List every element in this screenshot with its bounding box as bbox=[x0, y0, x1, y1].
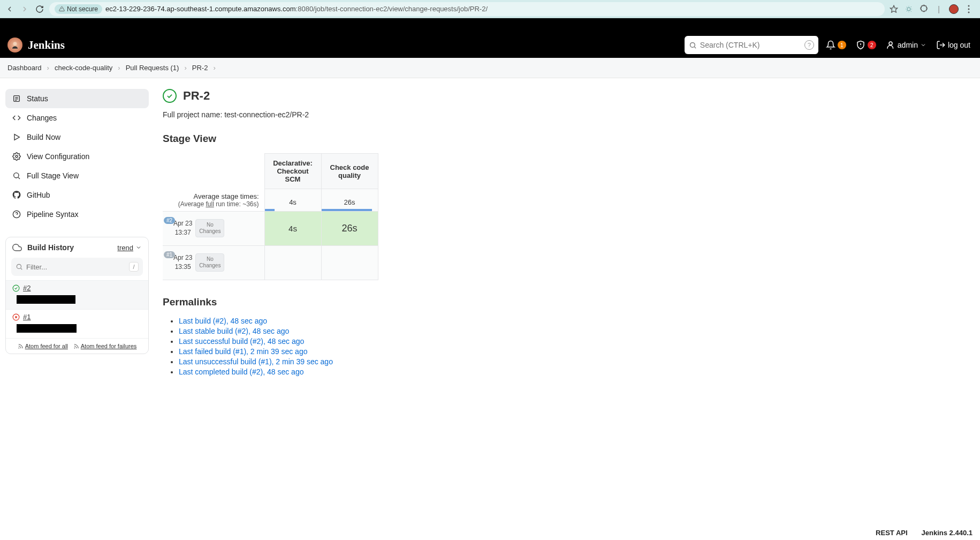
stage-col-check-code: Check code quality bbox=[321, 154, 378, 189]
sidebar-item-full-stage-view[interactable]: Full Stage View bbox=[5, 166, 149, 185]
search-box[interactable]: ? bbox=[685, 36, 818, 54]
sidebar-item-label: View Configuration bbox=[27, 152, 89, 161]
sidebar-item-build-now[interactable]: Build Now bbox=[5, 128, 149, 147]
build-progress-bar bbox=[17, 324, 77, 333]
jenkins-brand[interactable]: Jenkins bbox=[28, 39, 65, 52]
sidebar-item-status[interactable]: Status bbox=[5, 89, 149, 108]
svg-point-28 bbox=[19, 348, 19, 348]
build-progress-bar bbox=[17, 295, 75, 304]
gear-icon bbox=[12, 152, 21, 161]
notifications-button[interactable]: 1 bbox=[824, 40, 848, 50]
success-icon bbox=[12, 284, 20, 292]
profile-avatar-icon[interactable] bbox=[949, 4, 959, 14]
sidebar-item-pipeline-syntax[interactable]: Pipeline Syntax bbox=[5, 205, 149, 224]
stage-cell-checkout bbox=[264, 245, 321, 280]
svg-point-2 bbox=[968, 5, 970, 6]
breadcrumb-dashboard[interactable]: Dashboard bbox=[7, 64, 42, 72]
search-input[interactable] bbox=[700, 41, 801, 49]
user-icon bbox=[886, 40, 895, 50]
permalink-last-completed[interactable]: Last completed build (#2), 48 sec ago bbox=[179, 368, 303, 376]
atom-feed-all[interactable]: Atom feed for all bbox=[18, 343, 68, 349]
avg-cell-checkout: 4s bbox=[264, 189, 321, 212]
stage-col-checkout: Declarative: Checkout SCM bbox=[264, 154, 321, 189]
full-project-name: Full project name: test-connection-ec2/P… bbox=[163, 110, 975, 119]
sidebar-item-view-configuration[interactable]: View Configuration bbox=[5, 147, 149, 166]
browser-menu-icon[interactable] bbox=[964, 4, 974, 14]
no-changes-badge: NoChanges bbox=[195, 219, 224, 237]
bookmark-star-icon[interactable] bbox=[889, 4, 899, 14]
alerts-button[interactable]: 2 bbox=[854, 40, 878, 50]
permalink-last-successful[interactable]: Last successful build (#2), 48 sec ago bbox=[179, 337, 304, 346]
build-history-card: Build History trend / #2 bbox=[5, 237, 149, 354]
sidebar-item-changes[interactable]: Changes bbox=[5, 108, 149, 128]
browser-reload-button[interactable] bbox=[34, 4, 45, 14]
svg-point-10 bbox=[889, 42, 892, 45]
stage-corner bbox=[163, 154, 264, 189]
chevron-right-icon: › bbox=[47, 64, 49, 72]
build-number[interactable]: #2 bbox=[23, 284, 31, 292]
build-row-1[interactable]: #1 bbox=[6, 309, 148, 338]
browser-back-button[interactable] bbox=[4, 4, 15, 14]
breadcrumb-pr2[interactable]: PR-2 bbox=[192, 64, 208, 72]
logout-button[interactable]: log out bbox=[934, 40, 973, 50]
build-datetime: Apr 23 13:35 bbox=[173, 253, 192, 272]
play-icon bbox=[12, 132, 21, 142]
content: PR-2 Full project name: test-connection-… bbox=[157, 89, 975, 378]
stage-cell-check-code[interactable]: 26s bbox=[321, 211, 378, 245]
browser-divider: | bbox=[934, 4, 944, 14]
sidebar-item-label: Changes bbox=[27, 114, 57, 122]
permalink-last-failed[interactable]: Last failed build (#1), 2 min 39 sec ago bbox=[179, 347, 307, 356]
user-menu[interactable]: admin bbox=[884, 40, 929, 50]
jenkins-logo-icon[interactable] bbox=[7, 38, 22, 52]
alerts-count: 2 bbox=[868, 41, 876, 49]
search-icon bbox=[689, 41, 697, 49]
avg-stage-times-label: Average stage times: (Average full run t… bbox=[163, 189, 264, 212]
page-title-row: PR-2 bbox=[163, 89, 975, 103]
svg-point-3 bbox=[968, 8, 970, 10]
stage-view-table: Declarative: Checkout SCM Check code qua… bbox=[163, 153, 378, 280]
build-pill: #1 bbox=[164, 251, 175, 258]
black-gap bbox=[0, 18, 980, 32]
stage-row-build-1[interactable]: #1 Apr 23 13:35 NoChanges bbox=[163, 245, 378, 280]
chevron-down-icon bbox=[920, 42, 926, 48]
build-row-2[interactable]: #2 bbox=[6, 280, 148, 309]
sidebar: Status Changes Build Now View Configurat… bbox=[5, 89, 149, 354]
permalink-last-build[interactable]: Last build (#2), 48 sec ago bbox=[179, 317, 267, 325]
shield-icon bbox=[856, 40, 865, 50]
rss-icon bbox=[18, 343, 24, 349]
sidebar-item-label: GitHub bbox=[27, 191, 50, 199]
page-title: PR-2 bbox=[183, 89, 210, 103]
build-history-filter[interactable]: / bbox=[11, 258, 143, 276]
progress-bar bbox=[322, 209, 373, 211]
permalink-last-stable[interactable]: Last stable build (#2), 48 sec ago bbox=[179, 327, 289, 335]
breadcrumb: Dashboard › check-code-quality › Pull Re… bbox=[0, 58, 980, 78]
stage-cell-checkout[interactable]: 4s bbox=[264, 211, 321, 245]
success-icon bbox=[163, 89, 177, 103]
svg-point-1 bbox=[907, 8, 910, 11]
stage-row-build-2[interactable]: #2 Apr 23 13:37 NoChanges 4s 26s bbox=[163, 211, 378, 245]
svg-point-5 bbox=[13, 42, 17, 46]
stage-cell-check-code bbox=[321, 245, 378, 280]
browser-bug-icon[interactable] bbox=[904, 4, 914, 14]
breadcrumb-pull-requests[interactable]: Pull Requests (1) bbox=[126, 64, 179, 72]
logout-icon bbox=[936, 40, 946, 50]
extensions-icon[interactable] bbox=[919, 4, 929, 14]
permalinks-heading: Permalinks bbox=[163, 296, 975, 308]
build-datetime: Apr 23 13:37 bbox=[173, 219, 192, 237]
svg-point-29 bbox=[74, 348, 75, 348]
permalink-last-unsuccessful[interactable]: Last unsuccessful build (#1), 2 min 39 s… bbox=[179, 357, 333, 366]
trend-toggle[interactable]: trend bbox=[117, 244, 142, 252]
browser-forward-button[interactable] bbox=[19, 4, 30, 14]
stage-view-heading: Stage View bbox=[163, 133, 975, 145]
build-number[interactable]: #1 bbox=[23, 313, 31, 321]
svg-point-6 bbox=[690, 42, 695, 47]
atom-feed-failures[interactable]: Atom feed for failures bbox=[73, 343, 137, 349]
sidebar-item-label: Build Now bbox=[27, 133, 60, 141]
user-name: admin bbox=[898, 41, 918, 49]
breadcrumb-project[interactable]: check-code-quality bbox=[55, 64, 112, 72]
browser-url-bar[interactable]: Not secure ec2-13-229-236-74.ap-southeas… bbox=[49, 2, 885, 16]
progress-bar bbox=[265, 209, 275, 211]
sidebar-item-github[interactable]: GitHub bbox=[5, 185, 149, 205]
search-help-icon[interactable]: ? bbox=[804, 40, 814, 50]
build-history-filter-input[interactable] bbox=[26, 263, 126, 271]
